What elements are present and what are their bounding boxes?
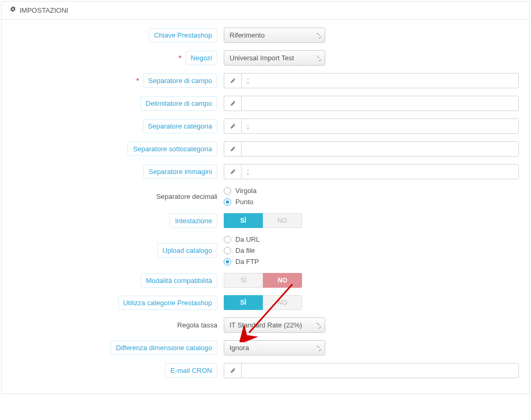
switch-utilizza-cat: SÌ NO xyxy=(224,295,302,310)
radio-da-file-label: Da file xyxy=(235,246,255,254)
radio-virgola-wrap[interactable]: Virgola xyxy=(224,187,257,195)
label-email-cron[interactable]: E-mail CRON xyxy=(165,363,217,378)
label-intestazione[interactable]: Intestazione xyxy=(170,214,217,228)
select-regola-tassa[interactable]: IT Standard Rate (22%) xyxy=(224,317,325,333)
label-chiave-prestashop[interactable]: Chiave Prestashop xyxy=(149,28,217,42)
settings-panel: IMPOSTAZIONI Chiave Prestashop Riferimen… xyxy=(1,1,530,394)
label-delim-campo[interactable]: Delimitatore di campo xyxy=(140,96,217,111)
cogs-icon xyxy=(9,6,16,15)
label-utilizza-cat[interactable]: Utilizza categorie Prestashop xyxy=(118,296,217,310)
radio-file-wrap[interactable]: Da file xyxy=(224,246,255,254)
panel-title: IMPOSTAZIONI xyxy=(20,6,68,14)
switch-intestazione: SÌ NO xyxy=(224,213,302,228)
row-email-cron: E-mail CRON xyxy=(12,363,519,378)
radio-da-url[interactable] xyxy=(224,236,231,243)
switch-mod-compat-no[interactable]: NO xyxy=(263,273,302,288)
edit-icon[interactable] xyxy=(224,141,241,157)
radio-punto[interactable] xyxy=(224,198,231,206)
select-negozi[interactable]: Universal Import Test xyxy=(224,50,325,66)
radio-da-file[interactable] xyxy=(224,247,231,254)
label-sep-categoria[interactable]: Separatore categoria xyxy=(143,119,217,133)
edit-icon[interactable] xyxy=(224,96,241,111)
row-intestazione: Intestazione SÌ NO xyxy=(12,213,519,228)
label-sep-decimali: Separatore decimali xyxy=(156,190,217,203)
edit-icon[interactable] xyxy=(224,118,241,134)
row-diff-dim-cat: Differenza dimensione catalogo Ignora xyxy=(12,340,519,355)
row-regola-tassa: Regola tassa IT Standard Rate (22%) xyxy=(12,317,519,333)
switch-intestazione-yes[interactable]: SÌ xyxy=(224,213,263,228)
input-sep-campo[interactable] xyxy=(241,73,519,88)
label-sep-immagini[interactable]: Separatore immagini xyxy=(143,165,217,179)
panel-body: Chiave Prestashop Riferimento * Negozi U… xyxy=(2,20,529,394)
radio-punto-label: Punto xyxy=(235,198,253,206)
row-negozi: * Negozi Universal Import Test xyxy=(12,50,519,66)
switch-intestazione-no[interactable]: NO xyxy=(263,213,302,228)
label-upload-catalogo[interactable]: Upload catalogo xyxy=(157,243,217,258)
row-sep-sottocat: Separatore sottocategoria xyxy=(12,141,519,157)
row-mod-compat: Modalità compatibilità SÌ NO xyxy=(12,273,519,288)
input-email-cron[interactable] xyxy=(241,363,519,378)
row-sep-campo: * Separatore di campo xyxy=(12,73,519,88)
radio-da-ftp[interactable] xyxy=(224,258,231,266)
row-sep-immagini: Separatore immagini xyxy=(12,164,519,179)
select-diff-dim-cat[interactable]: Ignora xyxy=(224,340,325,355)
row-sep-categoria: Separatore categoria xyxy=(12,118,519,134)
row-upload-catalogo: Upload catalogo Da URL Da file Da FTP xyxy=(12,235,519,266)
radio-punto-wrap[interactable]: Punto xyxy=(224,198,253,206)
radio-da-ftp-label: Da FTP xyxy=(235,258,259,266)
label-negozi[interactable]: Negozi xyxy=(186,51,217,65)
radio-virgola-label: Virgola xyxy=(235,187,257,195)
input-sep-immagini[interactable] xyxy=(241,164,519,179)
edit-icon[interactable] xyxy=(224,363,241,378)
row-utilizza-cat: Utilizza categorie Prestashop SÌ NO xyxy=(12,295,519,310)
row-chiave-prestashop: Chiave Prestashop Riferimento xyxy=(12,28,519,43)
switch-mod-compat: SÌ NO xyxy=(224,273,302,288)
edit-icon[interactable] xyxy=(224,73,241,88)
switch-utilizza-cat-yes[interactable]: SÌ xyxy=(224,295,263,310)
required-asterisk: * xyxy=(179,54,181,62)
input-sep-categoria[interactable] xyxy=(241,118,519,134)
radio-ftp-wrap[interactable]: Da FTP xyxy=(224,258,259,266)
label-regola-tassa: Regola tassa xyxy=(177,318,217,332)
panel-heading: IMPOSTAZIONI xyxy=(2,2,529,20)
label-sep-campo[interactable]: Separatore di campo xyxy=(143,74,217,88)
label-diff-dim-cat[interactable]: Differenza dimensione catalogo xyxy=(111,341,217,355)
radio-url-wrap[interactable]: Da URL xyxy=(224,235,260,243)
radio-da-url-label: Da URL xyxy=(235,235,260,243)
required-asterisk: * xyxy=(136,77,139,85)
input-delim-campo[interactable] xyxy=(241,96,519,111)
row-sep-decimali: Separatore decimali Virgola Punto xyxy=(12,187,519,206)
select-chiave-prestashop[interactable]: Riferimento xyxy=(224,28,325,43)
switch-utilizza-cat-no[interactable]: NO xyxy=(263,295,302,310)
edit-icon[interactable] xyxy=(224,164,241,179)
label-mod-compat[interactable]: Modalità compatibilità xyxy=(141,273,217,288)
input-sep-sottocat[interactable] xyxy=(241,141,519,157)
switch-mod-compat-yes[interactable]: SÌ xyxy=(224,273,263,288)
row-delim-campo: Delimitatore di campo xyxy=(12,96,519,111)
arrow-annotation-icon xyxy=(240,284,298,342)
radio-virgola[interactable] xyxy=(224,187,231,195)
label-sep-sottocat[interactable]: Separatore sottocategoria xyxy=(127,142,217,156)
